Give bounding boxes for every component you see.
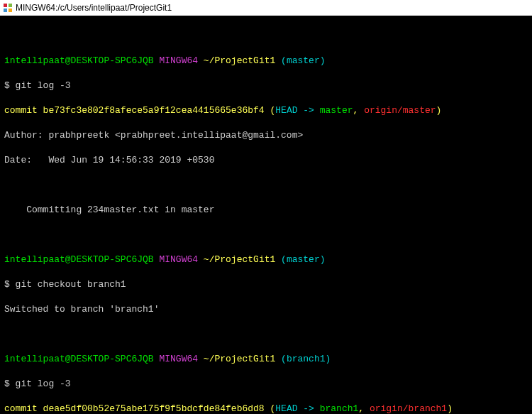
author-line: Author: prabhpreetk <prabhpreet.intellip… [4, 129, 528, 142]
blank-line [4, 229, 528, 241]
window-title: MINGW64:/c/Users/intellipaat/ProjectGit1 [16, 3, 172, 13]
svg-rect-2 [4, 9, 7, 12]
prompt-line: intellipaat@DESKTOP-SPC6JQB MINGW64 ~/Pr… [4, 353, 528, 366]
terminal-output[interactable]: intellipaat@DESKTOP-SPC6JQB MINGW64 ~/Pr… [0, 16, 532, 414]
commit-line: commit be73fc3e802f8afece5a9f12cea441566… [4, 104, 528, 117]
blank-line [4, 328, 528, 341]
command-line: $ git checkout branch1 [4, 278, 528, 291]
window-title-bar[interactable]: MINGW64:/c/Users/intellipaat/ProjectGit1 [0, 0, 532, 16]
command-line: $ git log -3 [4, 80, 528, 92]
commit-message: Committing 234master.txt in master [4, 204, 528, 217]
blank-line [4, 179, 528, 192]
date-line: Date: Wed Jun 19 14:56:33 2019 +0530 [4, 154, 528, 167]
svg-rect-1 [9, 4, 12, 7]
svg-rect-3 [9, 9, 12, 12]
prompt-line: intellipaat@DESKTOP-SPC6JQB MINGW64 ~/Pr… [4, 55, 528, 67]
svg-rect-0 [4, 4, 7, 7]
commit-line: commit deae5df00b52e75abe175f9f5bdcfde84… [4, 403, 528, 415]
git-bash-icon [3, 3, 13, 13]
blank-line [4, 30, 528, 43]
output-line: Switched to branch 'branch1' [4, 303, 528, 316]
command-line: $ git log -3 [4, 378, 528, 391]
prompt-line: intellipaat@DESKTOP-SPC6JQB MINGW64 ~/Pr… [4, 254, 528, 266]
